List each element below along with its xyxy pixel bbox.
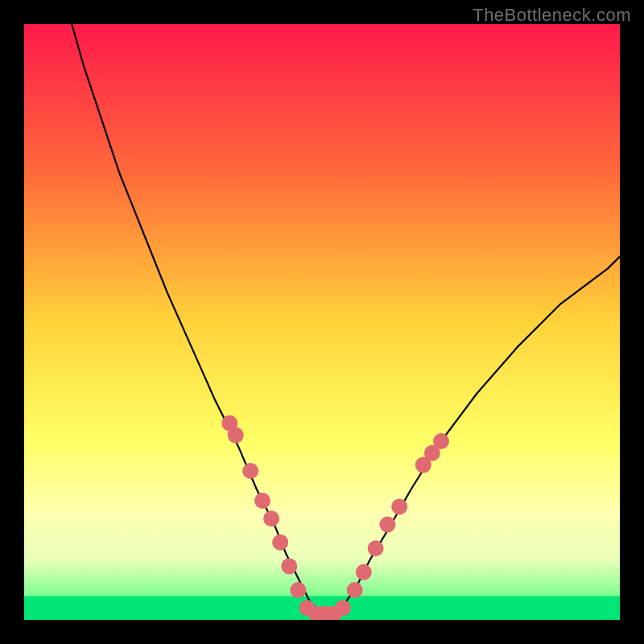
marker-dot bbox=[290, 582, 306, 598]
marker-dot bbox=[433, 433, 449, 449]
chart-frame: TheBottleneck.com bbox=[0, 0, 644, 644]
marker-dot bbox=[254, 493, 270, 509]
plot-area bbox=[24, 24, 620, 620]
gradient-background bbox=[24, 24, 620, 620]
marker-dot bbox=[263, 510, 279, 526]
watermark-text: TheBottleneck.com bbox=[473, 5, 631, 26]
marker-dot bbox=[379, 517, 395, 533]
bottleneck-chart bbox=[24, 24, 620, 620]
marker-dot bbox=[272, 535, 288, 551]
marker-dot bbox=[335, 600, 351, 616]
marker-dot bbox=[347, 582, 363, 598]
marker-dot bbox=[356, 564, 372, 580]
marker-dot bbox=[368, 540, 384, 556]
marker-dot bbox=[242, 463, 258, 479]
marker-dot bbox=[228, 427, 244, 444]
marker-dot bbox=[281, 558, 297, 574]
marker-dot bbox=[391, 498, 407, 514]
